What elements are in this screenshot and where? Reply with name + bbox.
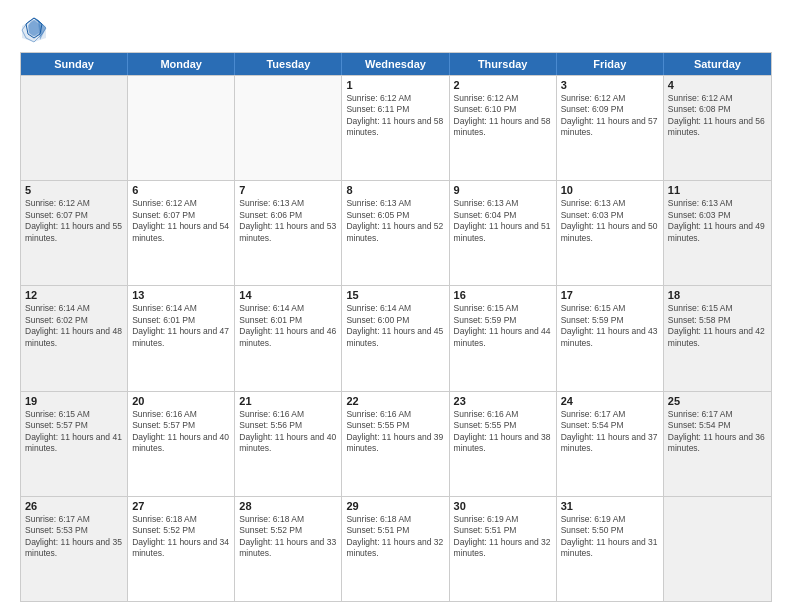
calendar-cell: 25Sunrise: 6:17 AMSunset: 5:54 PMDayligh… xyxy=(664,392,771,496)
day-number: 24 xyxy=(561,395,659,407)
header xyxy=(20,16,772,44)
day-number: 4 xyxy=(668,79,767,91)
day-number: 26 xyxy=(25,500,123,512)
calendar-cell xyxy=(21,76,128,180)
day-number: 7 xyxy=(239,184,337,196)
day-info: Sunrise: 6:14 AMSunset: 6:00 PMDaylight:… xyxy=(346,303,444,349)
day-info: Sunrise: 6:12 AMSunset: 6:07 PMDaylight:… xyxy=(25,198,123,244)
calendar-cell: 30Sunrise: 6:19 AMSunset: 5:51 PMDayligh… xyxy=(450,497,557,601)
day-info: Sunrise: 6:12 AMSunset: 6:07 PMDaylight:… xyxy=(132,198,230,244)
page: SundayMondayTuesdayWednesdayThursdayFrid… xyxy=(0,0,792,612)
day-info: Sunrise: 6:16 AMSunset: 5:56 PMDaylight:… xyxy=(239,409,337,455)
calendar-row-4: 26Sunrise: 6:17 AMSunset: 5:53 PMDayligh… xyxy=(21,496,771,601)
calendar-cell: 29Sunrise: 6:18 AMSunset: 5:51 PMDayligh… xyxy=(342,497,449,601)
calendar-cell: 4Sunrise: 6:12 AMSunset: 6:08 PMDaylight… xyxy=(664,76,771,180)
calendar-cell: 22Sunrise: 6:16 AMSunset: 5:55 PMDayligh… xyxy=(342,392,449,496)
calendar-cell: 7Sunrise: 6:13 AMSunset: 6:06 PMDaylight… xyxy=(235,181,342,285)
calendar-row-1: 5Sunrise: 6:12 AMSunset: 6:07 PMDaylight… xyxy=(21,180,771,285)
day-info: Sunrise: 6:17 AMSunset: 5:54 PMDaylight:… xyxy=(561,409,659,455)
weekday-header-tuesday: Tuesday xyxy=(235,53,342,75)
day-number: 29 xyxy=(346,500,444,512)
day-number: 6 xyxy=(132,184,230,196)
calendar-cell: 12Sunrise: 6:14 AMSunset: 6:02 PMDayligh… xyxy=(21,286,128,390)
calendar-cell: 15Sunrise: 6:14 AMSunset: 6:00 PMDayligh… xyxy=(342,286,449,390)
calendar-cell: 27Sunrise: 6:18 AMSunset: 5:52 PMDayligh… xyxy=(128,497,235,601)
day-info: Sunrise: 6:14 AMSunset: 6:01 PMDaylight:… xyxy=(239,303,337,349)
day-info: Sunrise: 6:13 AMSunset: 6:04 PMDaylight:… xyxy=(454,198,552,244)
calendar-row-3: 19Sunrise: 6:15 AMSunset: 5:57 PMDayligh… xyxy=(21,391,771,496)
calendar-cell: 18Sunrise: 6:15 AMSunset: 5:58 PMDayligh… xyxy=(664,286,771,390)
calendar-cell: 28Sunrise: 6:18 AMSunset: 5:52 PMDayligh… xyxy=(235,497,342,601)
day-info: Sunrise: 6:15 AMSunset: 5:57 PMDaylight:… xyxy=(25,409,123,455)
calendar-cell: 16Sunrise: 6:15 AMSunset: 5:59 PMDayligh… xyxy=(450,286,557,390)
day-number: 30 xyxy=(454,500,552,512)
day-info: Sunrise: 6:19 AMSunset: 5:51 PMDaylight:… xyxy=(454,514,552,560)
calendar-row-2: 12Sunrise: 6:14 AMSunset: 6:02 PMDayligh… xyxy=(21,285,771,390)
day-info: Sunrise: 6:13 AMSunset: 6:03 PMDaylight:… xyxy=(668,198,767,244)
calendar-cell: 6Sunrise: 6:12 AMSunset: 6:07 PMDaylight… xyxy=(128,181,235,285)
weekday-header-friday: Friday xyxy=(557,53,664,75)
calendar-cell: 1Sunrise: 6:12 AMSunset: 6:11 PMDaylight… xyxy=(342,76,449,180)
day-number: 19 xyxy=(25,395,123,407)
day-number: 13 xyxy=(132,289,230,301)
day-info: Sunrise: 6:14 AMSunset: 6:01 PMDaylight:… xyxy=(132,303,230,349)
day-number: 10 xyxy=(561,184,659,196)
day-number: 12 xyxy=(25,289,123,301)
day-info: Sunrise: 6:12 AMSunset: 6:11 PMDaylight:… xyxy=(346,93,444,139)
day-number: 28 xyxy=(239,500,337,512)
day-number: 16 xyxy=(454,289,552,301)
calendar-cell: 11Sunrise: 6:13 AMSunset: 6:03 PMDayligh… xyxy=(664,181,771,285)
weekday-header-thursday: Thursday xyxy=(450,53,557,75)
day-info: Sunrise: 6:18 AMSunset: 5:52 PMDaylight:… xyxy=(132,514,230,560)
day-number: 2 xyxy=(454,79,552,91)
day-info: Sunrise: 6:13 AMSunset: 6:03 PMDaylight:… xyxy=(561,198,659,244)
calendar-cell: 24Sunrise: 6:17 AMSunset: 5:54 PMDayligh… xyxy=(557,392,664,496)
calendar-cell: 20Sunrise: 6:16 AMSunset: 5:57 PMDayligh… xyxy=(128,392,235,496)
day-number: 3 xyxy=(561,79,659,91)
day-number: 23 xyxy=(454,395,552,407)
calendar-cell: 8Sunrise: 6:13 AMSunset: 6:05 PMDaylight… xyxy=(342,181,449,285)
day-number: 25 xyxy=(668,395,767,407)
day-info: Sunrise: 6:12 AMSunset: 6:10 PMDaylight:… xyxy=(454,93,552,139)
calendar-cell xyxy=(235,76,342,180)
day-info: Sunrise: 6:18 AMSunset: 5:51 PMDaylight:… xyxy=(346,514,444,560)
day-number: 14 xyxy=(239,289,337,301)
day-info: Sunrise: 6:15 AMSunset: 5:58 PMDaylight:… xyxy=(668,303,767,349)
calendar-cell: 9Sunrise: 6:13 AMSunset: 6:04 PMDaylight… xyxy=(450,181,557,285)
calendar-body: 1Sunrise: 6:12 AMSunset: 6:11 PMDaylight… xyxy=(21,75,771,601)
day-info: Sunrise: 6:15 AMSunset: 5:59 PMDaylight:… xyxy=(561,303,659,349)
calendar-cell: 23Sunrise: 6:16 AMSunset: 5:55 PMDayligh… xyxy=(450,392,557,496)
calendar-cell: 13Sunrise: 6:14 AMSunset: 6:01 PMDayligh… xyxy=(128,286,235,390)
day-number: 20 xyxy=(132,395,230,407)
day-number: 21 xyxy=(239,395,337,407)
day-info: Sunrise: 6:13 AMSunset: 6:06 PMDaylight:… xyxy=(239,198,337,244)
day-number: 9 xyxy=(454,184,552,196)
calendar-cell: 10Sunrise: 6:13 AMSunset: 6:03 PMDayligh… xyxy=(557,181,664,285)
day-number: 27 xyxy=(132,500,230,512)
day-info: Sunrise: 6:17 AMSunset: 5:54 PMDaylight:… xyxy=(668,409,767,455)
day-info: Sunrise: 6:15 AMSunset: 5:59 PMDaylight:… xyxy=(454,303,552,349)
day-info: Sunrise: 6:16 AMSunset: 5:55 PMDaylight:… xyxy=(454,409,552,455)
day-info: Sunrise: 6:18 AMSunset: 5:52 PMDaylight:… xyxy=(239,514,337,560)
calendar-cell: 5Sunrise: 6:12 AMSunset: 6:07 PMDaylight… xyxy=(21,181,128,285)
day-number: 1 xyxy=(346,79,444,91)
weekday-header-monday: Monday xyxy=(128,53,235,75)
calendar-cell: 19Sunrise: 6:15 AMSunset: 5:57 PMDayligh… xyxy=(21,392,128,496)
logo-icon xyxy=(20,16,48,44)
logo xyxy=(20,16,52,44)
calendar-cell: 3Sunrise: 6:12 AMSunset: 6:09 PMDaylight… xyxy=(557,76,664,180)
calendar: SundayMondayTuesdayWednesdayThursdayFrid… xyxy=(20,52,772,602)
day-info: Sunrise: 6:17 AMSunset: 5:53 PMDaylight:… xyxy=(25,514,123,560)
calendar-header: SundayMondayTuesdayWednesdayThursdayFrid… xyxy=(21,53,771,75)
calendar-cell xyxy=(664,497,771,601)
day-number: 17 xyxy=(561,289,659,301)
day-number: 18 xyxy=(668,289,767,301)
day-number: 11 xyxy=(668,184,767,196)
calendar-cell: 2Sunrise: 6:12 AMSunset: 6:10 PMDaylight… xyxy=(450,76,557,180)
weekday-header-saturday: Saturday xyxy=(664,53,771,75)
day-number: 8 xyxy=(346,184,444,196)
day-number: 22 xyxy=(346,395,444,407)
day-info: Sunrise: 6:16 AMSunset: 5:57 PMDaylight:… xyxy=(132,409,230,455)
calendar-cell: 14Sunrise: 6:14 AMSunset: 6:01 PMDayligh… xyxy=(235,286,342,390)
day-info: Sunrise: 6:16 AMSunset: 5:55 PMDaylight:… xyxy=(346,409,444,455)
